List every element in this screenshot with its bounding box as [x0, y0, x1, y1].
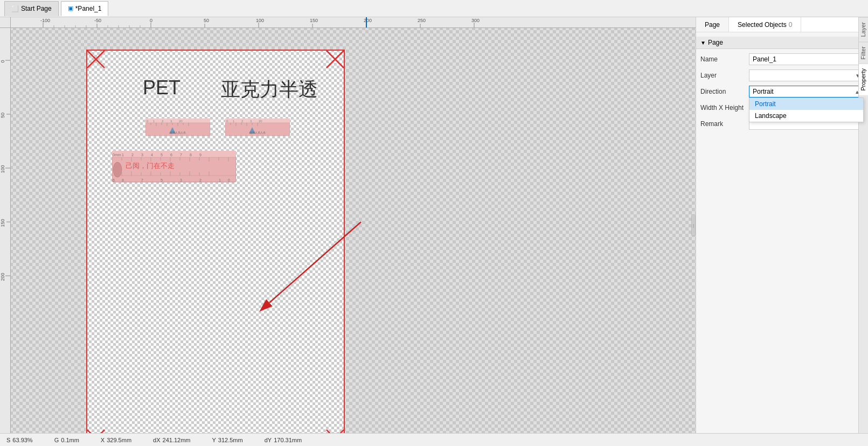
svg-text:4: 4 — [151, 153, 153, 157]
svg-text:8: 8 — [122, 178, 124, 182]
status-x-value: 329.5mm — [107, 437, 131, 443]
svg-text:9: 9 — [199, 153, 202, 157]
prop-row-layer: Layer ▼ — [696, 67, 868, 83]
tab-start[interactable]: ⬜ Start Page — [4, 1, 59, 16]
svg-text:200: 200 — [0, 273, 5, 281]
direction-selected-value: Portrait — [753, 88, 855, 95]
prop-value-name[interactable] — [749, 53, 864, 65]
ruler-horizontal: -100 -50 0 50 100 150 200 250 30 — [11, 17, 696, 28]
svg-text:8: 8 — [190, 153, 192, 157]
status-y-label: Y — [212, 437, 216, 443]
svg-text:6: 6 — [170, 153, 172, 157]
panel-tab-selected-label: Selected Objects — [738, 21, 787, 29]
svg-rect-66 — [225, 119, 290, 123]
svg-text:6: 6 — [113, 178, 115, 182]
panel-tab-page-label: Page — [705, 21, 720, 29]
panel-side-tabs: Layer Filter Property — [858, 17, 868, 433]
direction-select-trigger[interactable]: Portrait ▲ — [749, 86, 864, 97]
status-y-value: 312.5mm — [218, 437, 243, 443]
svg-text:-50: -50 — [94, 18, 101, 23]
status-s: S 63.93% — [6, 437, 33, 443]
ruler-vertical: 0 50 100 150 200 — [0, 28, 11, 433]
page-border — [86, 50, 345, 433]
status-dx: dX 241.12mm — [153, 437, 190, 443]
svg-text:-100: -100 — [40, 18, 50, 23]
tab-start-label: Start Page — [21, 5, 52, 12]
svg-text:300: 300 — [471, 18, 480, 23]
ruler-svg-big: 0mm 1 2 3 4 5 6 7 8 9 — [112, 151, 236, 194]
panel-collapse-handle[interactable]: | — [691, 214, 696, 236]
status-bar: S 63.93% G 0.1mm X 329.5mm dX 241.12mm Y… — [0, 433, 868, 446]
svg-text:20: 20 — [179, 120, 183, 123]
status-g-value: 0.1mm — [61, 437, 79, 443]
status-dy-value: 170.31mm — [274, 437, 302, 443]
status-g: G 0.1mm — [54, 437, 79, 443]
panel-tab-page[interactable]: Page — [696, 17, 729, 32]
side-tab-property[interactable]: Property — [859, 64, 868, 95]
svg-text:0: 0 — [228, 178, 230, 182]
tab-panel1[interactable]: ▣ *Panel_1 — [61, 1, 109, 16]
svg-text:3: 3 — [180, 178, 182, 182]
prop-label-wh: Width X Height — [700, 104, 749, 111]
svg-text:3: 3 — [141, 153, 143, 157]
start-icon: ⬜ — [11, 5, 19, 12]
ruler-item-big[interactable]: 0mm 1 2 3 4 5 6 7 8 9 — [112, 151, 236, 194]
status-dy: dY 170.31mm — [265, 437, 302, 443]
label-pet: PET — [143, 76, 180, 99]
svg-rect-28 — [0, 28, 11, 433]
svg-rect-48 — [145, 119, 210, 123]
tab-panel1-label: *Panel_1 — [75, 5, 102, 12]
side-tab-layer-label: Layer — [860, 22, 866, 37]
svg-text:5: 5 — [161, 178, 163, 182]
canvas-wrapper[interactable]: -100 -50 0 50 100 150 200 250 30 — [0, 17, 696, 433]
direction-option-landscape[interactable]: Landscape — [749, 110, 863, 122]
prop-row-direction: Direction Portrait ▲ Portrait Landscape — [696, 83, 868, 100]
svg-text:150: 150 — [0, 219, 5, 227]
direction-option-portrait[interactable]: Portrait — [749, 98, 863, 110]
svg-text:200: 200 — [364, 18, 372, 23]
ruler-item-2[interactable]: 0 1 2 3 20 — [225, 119, 290, 144]
panel-content: ▼ Page Name Layer ▼ — [696, 32, 868, 433]
panel-icon: ▣ — [68, 5, 73, 12]
prop-value-layer[interactable]: ▼ — [749, 69, 864, 81]
corner-mark-tl — [86, 50, 106, 69]
corner-mark-bl — [86, 429, 106, 433]
svg-text:7: 7 — [141, 178, 143, 182]
ruler-corner — [0, 17, 11, 28]
svg-text:2: 2 — [131, 153, 134, 157]
svg-rect-82 — [112, 151, 236, 157]
ruler-v-svg: 0 50 100 150 200 — [0, 28, 11, 433]
svg-text:100: 100 — [256, 18, 264, 23]
status-dx-label: dX — [153, 437, 160, 443]
svg-rect-0 — [11, 17, 636, 28]
status-y: Y 312.5mm — [212, 437, 243, 443]
prop-label-name: Name — [700, 55, 749, 63]
ruler-item-1[interactable]: 0 1 2 3 20 — [145, 119, 210, 144]
svg-text:7: 7 — [180, 153, 182, 157]
side-tab-layer[interactable]: Layer — [859, 17, 868, 41]
prop-select-layer[interactable] — [749, 69, 864, 81]
svg-point-106 — [113, 162, 122, 177]
status-x-label: X — [101, 437, 105, 443]
canvas-content[interactable]: PET 亚克力半透 0 1 2 3 20 — [11, 28, 696, 433]
svg-text:使用人员人名: 使用人员人名 — [249, 131, 266, 134]
svg-text:0: 0 — [150, 18, 152, 23]
status-s-value: 63.93% — [12, 437, 32, 443]
panel-tab-selected[interactable]: Selected Objects 0 — [729, 17, 801, 32]
status-s-label: S — [6, 437, 10, 443]
corner-mark-tr — [325, 50, 345, 69]
side-tab-filter[interactable]: Filter — [859, 41, 868, 64]
right-panel: Page Selected Objects 0 ▼ Page Name — [696, 17, 868, 433]
svg-text:100: 100 — [0, 165, 5, 173]
label-acrylic: 亚克力半透 — [221, 76, 318, 103]
prop-label-direction: Direction — [700, 88, 749, 95]
prop-value-direction[interactable]: Portrait ▲ Portrait Landscape — [749, 86, 864, 97]
prop-label-layer: Layer — [700, 72, 749, 79]
svg-text:5: 5 — [161, 153, 163, 157]
status-dx-value: 241.12mm — [163, 437, 191, 443]
section-header-page: ▼ Page — [696, 37, 868, 49]
ruler-svg-2: 0 1 2 3 20 — [225, 119, 290, 144]
svg-text:使用人员人名: 使用人员人名 — [170, 131, 186, 134]
prop-input-name[interactable] — [749, 53, 864, 65]
svg-text:0mm: 0mm — [113, 153, 121, 157]
